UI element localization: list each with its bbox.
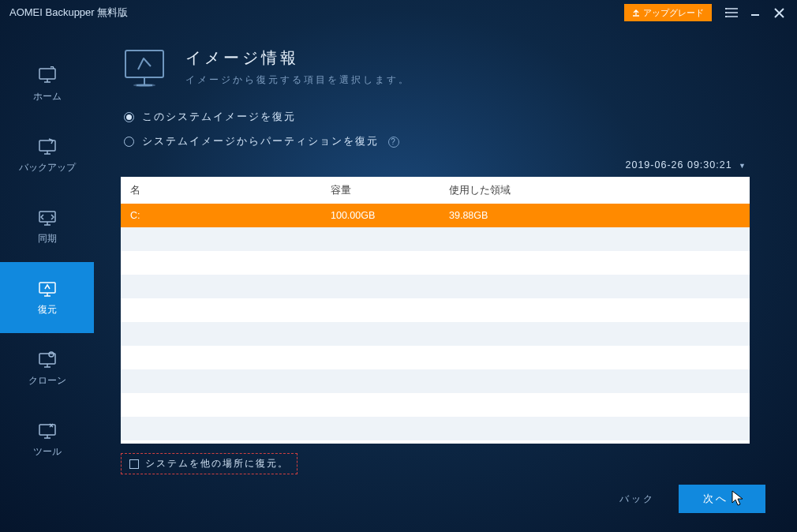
chevron-down-icon: ▼ (739, 162, 746, 170)
partition-table: 名 容量 使用した領域 C: 100.00GB 39.88GB (121, 177, 750, 444)
svg-point-0 (725, 8, 727, 9)
app-title: AOMEI Backupper 無料版 (9, 6, 624, 20)
image-info-icon (121, 47, 168, 92)
backup-icon (37, 137, 58, 155)
sidebar-item-label: 同期 (38, 232, 57, 245)
sync-icon (37, 208, 58, 226)
svg-rect-7 (39, 354, 55, 364)
option-label: システムイメージからパーティションを復元 (142, 135, 379, 148)
sidebar-item-label: 復元 (38, 303, 57, 317)
home-icon (37, 66, 58, 84)
option-label: このシステムイメージを復元 (142, 111, 296, 124)
restore-other-location-checkbox[interactable]: システムを他の場所に復元。 (121, 453, 297, 474)
upgrade-label: アップグレード (643, 7, 704, 19)
sidebar-item-clone[interactable]: クローン (0, 333, 94, 404)
cell-used: 39.88GB (449, 210, 740, 221)
sidebar-item-label: ホーム (33, 90, 62, 103)
sidebar-item-label: バックアップ (19, 161, 76, 174)
sidebar-item-sync[interactable]: 同期 (0, 191, 94, 262)
svg-point-1 (725, 12, 727, 13)
next-button[interactable]: 次へ » (679, 485, 765, 513)
table-header: 名 容量 使用した領域 (121, 177, 750, 204)
restore-icon (37, 279, 58, 297)
svg-point-8 (49, 352, 54, 357)
sidebar: ホーム バックアップ 同期 復元 クローン ツール (0, 25, 94, 532)
back-button[interactable]: バック (619, 493, 655, 506)
menu-icon[interactable] (720, 0, 743, 25)
radio-checked-icon (124, 112, 134, 122)
sidebar-item-backup[interactable]: バックアップ (0, 120, 94, 191)
table-empty-rows (121, 227, 750, 440)
option-restore-system-image[interactable]: このシステムイメージを復元 (124, 111, 750, 124)
col-header-name: 名 (130, 184, 331, 197)
col-header-capacity: 容量 (331, 184, 449, 197)
minimize-icon[interactable] (743, 0, 767, 25)
upgrade-button[interactable]: アップグレード (624, 4, 712, 21)
option-restore-partition[interactable]: システムイメージからパーティションを復元 ? (124, 135, 750, 148)
checkbox-label: システムを他の場所に復元。 (145, 457, 289, 470)
tool-icon (37, 421, 58, 439)
page-subtitle: イメージから復元する項目を選択します。 (185, 73, 410, 87)
svg-rect-10 (125, 51, 163, 77)
table-row[interactable]: C: 100.00GB 39.88GB (121, 204, 750, 227)
cell-name: C: (130, 210, 331, 221)
radio-icon (124, 137, 134, 147)
sidebar-item-label: クローン (28, 374, 66, 388)
sidebar-item-label: ツール (33, 445, 62, 459)
svg-rect-3 (39, 69, 55, 79)
checkbox-icon (129, 459, 139, 469)
timestamp-dropdown[interactable]: 2019-06-26 09:30:21 ▼ (121, 159, 750, 170)
close-icon[interactable] (767, 0, 791, 25)
col-header-used: 使用した領域 (449, 184, 740, 197)
page-title: イメージ情報 (185, 47, 410, 69)
cell-capacity: 100.00GB (331, 210, 449, 221)
sidebar-item-tool[interactable]: ツール (0, 404, 94, 475)
clone-icon (37, 350, 58, 368)
sidebar-item-home[interactable]: ホーム (0, 49, 94, 120)
sidebar-item-restore[interactable]: 復元 (0, 262, 94, 333)
svg-point-2 (725, 16, 727, 17)
svg-rect-4 (39, 140, 55, 151)
timestamp-value: 2019-06-26 09:30:21 (626, 159, 732, 170)
svg-point-11 (133, 84, 155, 87)
upload-icon (632, 9, 640, 17)
help-icon[interactable]: ? (388, 137, 399, 148)
